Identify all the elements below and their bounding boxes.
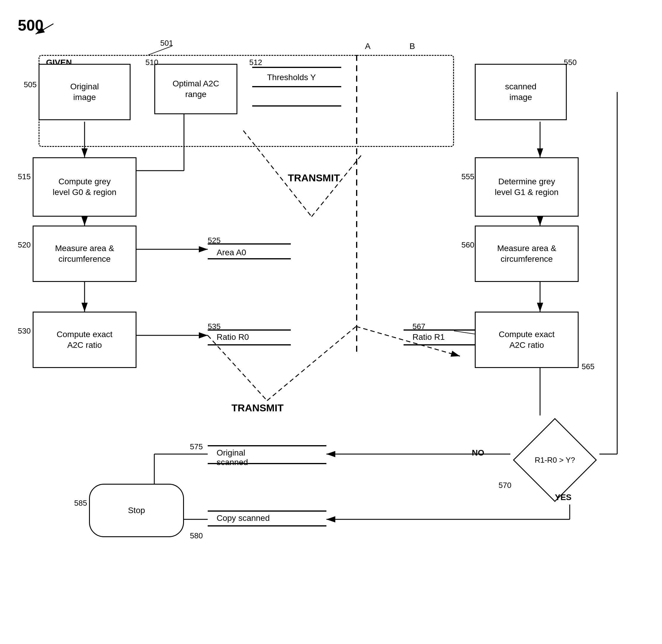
label-535: 535 bbox=[208, 322, 220, 331]
area-a0-label: Area A0 bbox=[217, 248, 246, 257]
copy-scanned-line-2 bbox=[208, 525, 326, 527]
label-512: 512 bbox=[249, 58, 262, 67]
ratio-r0-line-2 bbox=[208, 344, 291, 345]
determine-grey-g1-box: Determine greylevel G1 & region bbox=[475, 157, 578, 217]
compute-grey-g0-box: Compute greylevel G0 & region bbox=[33, 157, 137, 217]
label-565: 565 bbox=[582, 362, 594, 371]
threshold-line-3 bbox=[252, 105, 341, 107]
svg-line-30 bbox=[267, 326, 356, 401]
compute-a2c-right-box: Compute exactA2C ratio bbox=[475, 312, 578, 368]
label-B: B bbox=[409, 42, 415, 51]
transmit-label-2: TRANSMIT bbox=[232, 402, 284, 414]
transmit-label-1: TRANSMIT bbox=[288, 172, 340, 184]
label-A: A bbox=[365, 42, 371, 51]
copy-scanned-label: Copy scanned bbox=[217, 513, 270, 523]
diagram-container: 500 bbox=[0, 0, 662, 644]
label-570: 570 bbox=[498, 481, 511, 490]
measure-area-right-box: Measure area &circumference bbox=[475, 226, 578, 282]
yes-label: YES bbox=[555, 493, 571, 502]
label-501: 501 bbox=[160, 39, 173, 48]
threshold-line-1 bbox=[252, 67, 341, 68]
label-510: 510 bbox=[145, 58, 158, 67]
copy-scanned-line-1 bbox=[208, 510, 326, 512]
ratio-r1-line-2 bbox=[404, 344, 487, 345]
label-555: 555 bbox=[462, 172, 474, 181]
vertical-separator bbox=[356, 55, 357, 352]
label-585: 585 bbox=[74, 499, 87, 508]
label-560: 560 bbox=[462, 240, 474, 250]
ratio-r0-label: Ratio R0 bbox=[217, 332, 249, 342]
decision-text: R1-R0 > Y? bbox=[535, 456, 575, 465]
label-575: 575 bbox=[190, 442, 203, 452]
compute-a2c-left-box: Compute exactA2C ratio bbox=[33, 312, 137, 368]
optimal-a2c-box: Optimal A2Crange bbox=[154, 64, 237, 114]
decision-diamond: R1-R0 > Y? bbox=[511, 415, 599, 505]
svg-line-28 bbox=[312, 154, 362, 217]
label-520: 520 bbox=[18, 240, 30, 250]
threshold-line-2 bbox=[252, 86, 341, 87]
label-515: 515 bbox=[18, 172, 30, 181]
label-580: 580 bbox=[190, 531, 203, 540]
scanned-image-box: scannedimage bbox=[475, 64, 567, 120]
label-505: 505 bbox=[24, 80, 37, 89]
label-550: 550 bbox=[564, 58, 576, 67]
orig-scanned-line-1 bbox=[208, 445, 326, 446]
label-525: 525 bbox=[208, 236, 220, 245]
original-image-box: Originalimage bbox=[39, 64, 131, 120]
ratio-r1-label: Ratio R1 bbox=[412, 332, 445, 342]
label-530: 530 bbox=[18, 326, 30, 336]
measure-area-left-box: Measure area &circumference bbox=[33, 226, 137, 282]
stop-box: Stop bbox=[89, 484, 184, 537]
area-a0-line-2 bbox=[208, 258, 291, 259]
thresholds-y-label: Thresholds Y bbox=[267, 73, 316, 82]
main-diagram-number: 500 bbox=[18, 16, 44, 34]
original-scanned-label: Originalscanned bbox=[217, 448, 248, 467]
no-label: NO bbox=[472, 448, 484, 458]
label-567: 567 bbox=[412, 322, 425, 331]
